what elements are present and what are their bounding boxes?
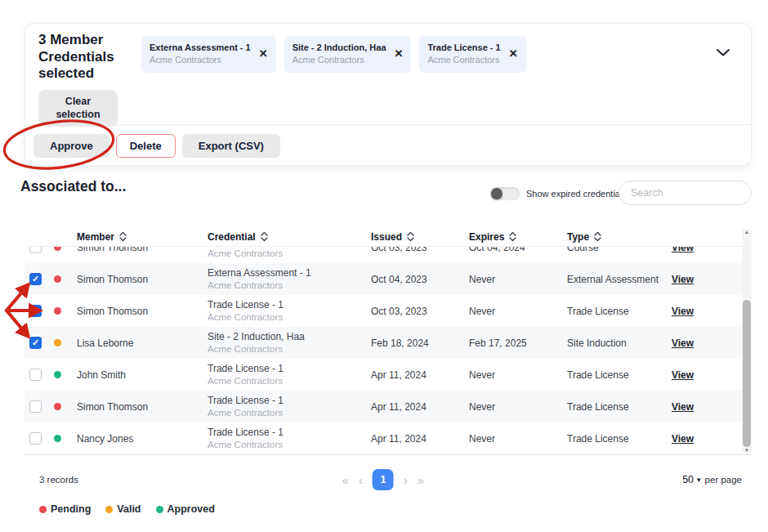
expires-date: Never	[469, 401, 567, 413]
show-expired-toggle[interactable]	[490, 187, 520, 200]
status-dot	[54, 275, 61, 283]
sort-icon[interactable]	[509, 231, 516, 242]
legend-item: Pending	[39, 503, 91, 515]
sort-icon[interactable]	[261, 231, 268, 242]
table-row[interactable]: Nancy Jones Trade License - 1 Acme Contr…	[25, 422, 752, 454]
credential-type: Site Induction	[567, 338, 672, 349]
table-row[interactable]: Simon Thomson Trade License - 1 Acme Con…	[25, 295, 752, 327]
status-dot	[54, 403, 61, 410]
legend-dot	[39, 506, 47, 513]
legend-item: Approved	[156, 503, 215, 515]
records-count: 3 records	[39, 475, 78, 485]
sort-icon[interactable]	[407, 231, 414, 242]
status-dot	[54, 307, 61, 315]
column-header-type[interactable]: Type	[567, 231, 672, 243]
scrollbar-down-arrow[interactable]: ▼	[742, 448, 752, 453]
chip-title: Trade License - 1	[427, 42, 500, 54]
legend-dot	[156, 506, 163, 513]
per-page-label: per page	[705, 475, 742, 485]
row-checkbox[interactable]	[29, 305, 42, 317]
last-page-button[interactable]: »	[417, 473, 424, 487]
row-checkbox[interactable]	[29, 273, 42, 285]
scrollbar-up-arrow[interactable]: ▲	[742, 230, 752, 235]
member-name: Simon Thomson	[77, 274, 208, 285]
view-link[interactable]: View	[672, 401, 694, 413]
row-checkbox[interactable]	[29, 369, 42, 381]
expires-date: Never	[469, 433, 567, 445]
credential-organisation: Acme Contractors	[208, 407, 371, 418]
sort-icon[interactable]	[594, 231, 601, 242]
member-name: Simon Thomson	[77, 401, 208, 413]
view-link[interactable]: View	[672, 369, 694, 381]
credential-organisation: Acme Contractors	[208, 375, 371, 387]
selection-title: 3 Member Credentials selected	[38, 32, 130, 83]
view-link[interactable]: View	[672, 433, 694, 445]
credentials-table: Member Credential Issued Expires Type Si…	[25, 227, 752, 455]
toggle-label: Show expired credentials	[526, 189, 627, 199]
per-page-select[interactable]: 50 ▾	[682, 474, 700, 485]
credential-organisation: Acme Contractors	[208, 343, 371, 355]
table-scrollbar[interactable]: ▲ ▼	[742, 229, 752, 454]
expires-date: Never	[469, 369, 567, 381]
export-csv-button[interactable]: Export (CSV)	[182, 134, 280, 158]
credential-organisation: Acme Contractors	[208, 279, 371, 291]
credential-name: Site - 2 Induction, Haa	[208, 331, 371, 343]
selected-credential-chips: Externa Assessment - 1 Acme Contractors …	[141, 32, 526, 124]
table-body: Simon Thomson Acme Contractors Oct 03, 2…	[25, 231, 752, 454]
credential-organisation: Acme Contractors	[208, 311, 371, 323]
credential-name: Trade License - 1	[208, 299, 371, 311]
caret-down-icon: ▾	[697, 476, 701, 484]
row-checkbox[interactable]	[29, 400, 42, 413]
issued-date: Apr 11, 2024	[371, 433, 469, 445]
table-row[interactable]: John Smith Trade License - 1 Acme Contra…	[25, 359, 752, 391]
current-page-button[interactable]: 1	[373, 469, 394, 490]
legend-dot	[105, 506, 113, 513]
credential-chip: Externa Assessment - 1 Acme Contractors …	[141, 36, 276, 73]
view-link[interactable]: View	[672, 338, 694, 349]
column-header-member[interactable]: Member	[77, 231, 208, 243]
member-name: Simon Thomson	[77, 306, 208, 317]
credential-chip: Site - 2 Induction, Haa Acme Contractors…	[284, 36, 412, 73]
close-icon[interactable]: ✕	[259, 48, 268, 59]
expires-date: Never	[469, 274, 567, 285]
chip-subtitle: Acme Contractors	[427, 54, 500, 66]
scrollbar-thumb[interactable]	[743, 300, 751, 447]
delete-button[interactable]: Delete	[116, 134, 176, 158]
issued-date: Apr 11, 2024	[371, 401, 469, 413]
table-row[interactable]: Simon Thomson Externa Assessment - 1 Acm…	[25, 263, 752, 295]
chip-subtitle: Acme Contractors	[292, 54, 386, 66]
chevron-down-icon[interactable]	[717, 45, 730, 60]
credential-type: Trade License	[567, 369, 672, 381]
credential-type: Trade License	[567, 433, 672, 445]
column-header-issued[interactable]: Issued	[371, 231, 469, 243]
credential-chip: Trade License - 1 Acme Contractors ✕	[419, 36, 525, 73]
legend-label: Pending	[51, 503, 91, 515]
close-icon[interactable]: ✕	[509, 48, 518, 59]
next-page-button[interactable]: ›	[404, 473, 408, 487]
view-link[interactable]: View	[672, 274, 694, 285]
credential-name: Trade License - 1	[208, 395, 371, 407]
close-icon[interactable]: ✕	[395, 48, 404, 59]
status-dot	[54, 371, 61, 378]
pagination: « ‹ 1 › »	[342, 469, 425, 490]
row-checkbox[interactable]	[29, 432, 42, 445]
issued-date: Apr 11, 2024	[371, 369, 469, 381]
status-dot	[54, 339, 61, 346]
table-row[interactable]: Simon Thomson Trade License - 1 Acme Con…	[25, 391, 752, 422]
row-checkbox[interactable]	[29, 337, 42, 349]
legend-item: Valid	[105, 503, 141, 515]
table-row[interactable]: Lisa Leborne Site - 2 Induction, Haa Acm…	[25, 327, 752, 359]
toggle-knob	[491, 188, 502, 199]
search-input[interactable]	[618, 181, 752, 205]
clear-selection-button[interactable]: Clear selection	[38, 90, 118, 127]
prev-page-button[interactable]: ‹	[359, 473, 363, 487]
expires-date: Never	[469, 306, 567, 317]
chip-subtitle: Acme Contractors	[150, 54, 251, 66]
column-header-credential[interactable]: Credential	[208, 231, 371, 243]
column-header-expires[interactable]: Expires	[469, 231, 567, 243]
credential-organisation: Acme Contractors	[208, 248, 371, 259]
sort-icon[interactable]	[119, 231, 127, 242]
approve-button[interactable]: Approve	[33, 134, 109, 158]
first-page-button[interactable]: «	[342, 473, 349, 487]
view-link[interactable]: View	[672, 306, 694, 317]
